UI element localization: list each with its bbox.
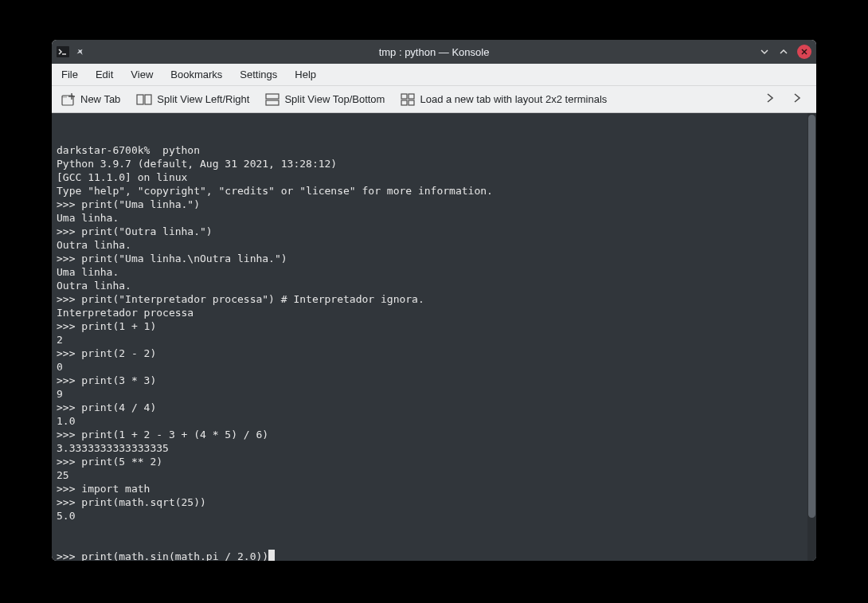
minimize-button[interactable] — [759, 46, 770, 57]
load-layout-button[interactable]: Load a new tab with layout 2x2 terminals — [401, 93, 607, 106]
close-button[interactable] — [797, 45, 811, 59]
window-title: tmp : python — Konsole — [379, 46, 490, 58]
scrollbar[interactable] — [807, 113, 816, 561]
split-tb-icon — [265, 93, 280, 106]
svg-rect-8 — [137, 95, 143, 104]
new-tab-label: New Tab — [80, 93, 120, 105]
app-icon — [57, 46, 69, 57]
svg-rect-0 — [57, 46, 69, 57]
svg-rect-15 — [409, 100, 414, 105]
svg-rect-9 — [145, 95, 151, 104]
svg-rect-13 — [409, 94, 414, 99]
split-tb-label: Split View Top/Bottom — [284, 93, 385, 105]
menu-edit[interactable]: Edit — [96, 69, 113, 80]
new-tab-button[interactable]: New Tab — [61, 93, 120, 106]
toolbar: New Tab Split View Left/Right Split View… — [52, 86, 816, 113]
split-lr-button[interactable]: Split View Left/Right — [136, 93, 249, 106]
text-cursor — [268, 550, 275, 561]
svg-rect-10 — [266, 94, 279, 99]
pin-icon[interactable] — [76, 47, 86, 57]
svg-rect-11 — [266, 100, 279, 105]
terminal-area[interactable]: darkstar-6700k% python Python 3.9.7 (def… — [52, 113, 816, 561]
menu-help[interactable]: Help — [295, 69, 316, 80]
titlebar: tmp : python — Konsole — [52, 40, 816, 64]
menubar: File Edit View Bookmarks Settings Help — [52, 64, 816, 86]
load-layout-label: Load a new tab with layout 2x2 terminals — [420, 93, 607, 105]
split-tb-button[interactable]: Split View Top/Bottom — [265, 93, 385, 106]
toolbar-chevron-right-1-icon[interactable] — [765, 92, 775, 106]
menu-file[interactable]: File — [61, 69, 78, 80]
split-lr-icon — [136, 93, 152, 106]
new-tab-icon — [61, 93, 76, 106]
svg-rect-14 — [401, 100, 407, 105]
grid-2x2-icon — [401, 93, 415, 106]
svg-rect-5 — [62, 96, 67, 98]
maximize-button[interactable] — [778, 46, 789, 57]
menu-view[interactable]: View — [131, 69, 153, 80]
menu-bookmarks[interactable]: Bookmarks — [170, 69, 222, 80]
split-lr-label: Split View Left/Right — [157, 93, 249, 105]
svg-rect-12 — [401, 94, 407, 99]
menu-settings[interactable]: Settings — [240, 69, 277, 80]
konsole-window: tmp : python — Konsole File Edit View Bo… — [52, 40, 816, 561]
scrollbar-thumb[interactable] — [808, 115, 815, 518]
toolbar-chevron-right-2-icon[interactable] — [792, 92, 802, 106]
